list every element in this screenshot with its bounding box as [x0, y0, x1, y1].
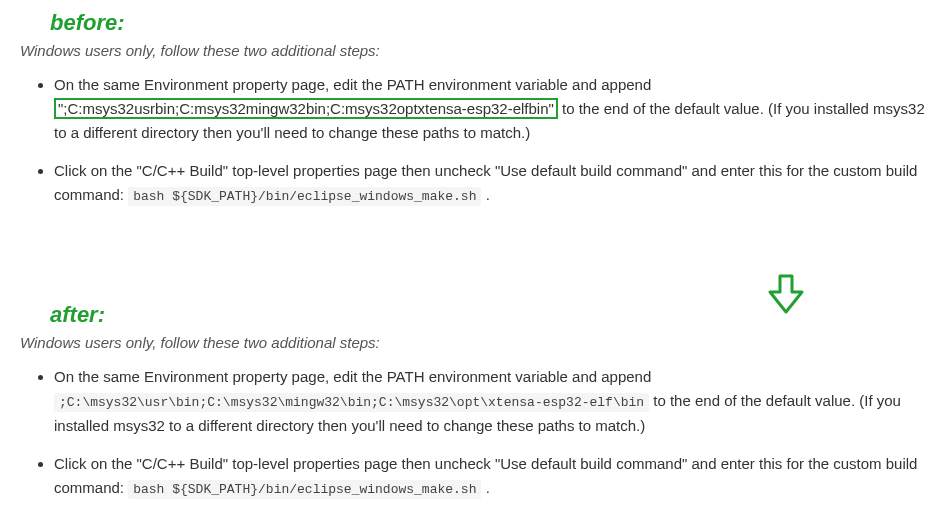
before-intro: Windows users only, follow these two add… [20, 42, 928, 59]
before-bullet-2-post: . [481, 186, 489, 203]
after-bullet-1-code: ;C:\msys32\usr\bin;C:\msys32\mingw32\bin… [54, 393, 649, 412]
after-section: after: Windows users only, follow these … [0, 292, 948, 529]
down-arrow-icon [764, 272, 808, 316]
before-bullet-2: Click on the "C/C++ Build" top-level pro… [54, 159, 928, 208]
before-bullet-1: On the same Environment property page, e… [54, 73, 928, 145]
after-bullet-1: On the same Environment property page, e… [54, 365, 928, 438]
after-bullet-2: Click on the "C/C++ Build" top-level pro… [54, 452, 928, 501]
after-bullet-2-post: . [481, 479, 489, 496]
before-section: before: Windows users only, follow these… [0, 0, 948, 242]
after-list: On the same Environment property page, e… [20, 365, 928, 501]
before-bullet-1-boxed: ";C:msys32usrbin;C:msys32mingw32bin;C:ms… [54, 98, 558, 119]
after-intro: Windows users only, follow these two add… [20, 334, 928, 351]
before-list: On the same Environment property page, e… [20, 73, 928, 208]
after-bullet-2-code: bash ${SDK_PATH}/bin/eclipse_windows_mak… [128, 480, 481, 499]
before-heading: before: [50, 10, 928, 36]
after-bullet-1-pre: On the same Environment property page, e… [54, 368, 651, 385]
before-bullet-1-pre: On the same Environment property page, e… [54, 76, 651, 93]
before-bullet-2-code: bash ${SDK_PATH}/bin/eclipse_windows_mak… [128, 187, 481, 206]
